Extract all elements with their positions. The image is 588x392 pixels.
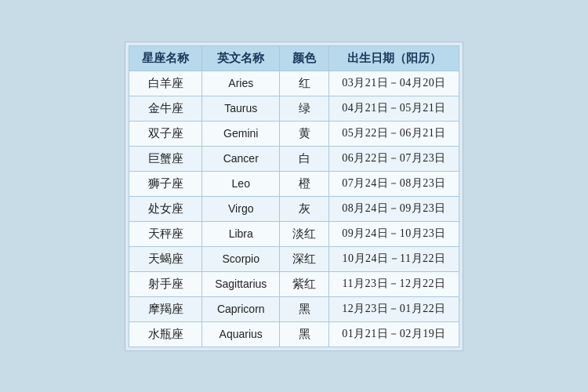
cell-color: 绿 bbox=[280, 96, 329, 121]
cell-color: 橙 bbox=[280, 171, 329, 196]
cell-english-name: Capricorn bbox=[202, 296, 280, 321]
cell-dates: 01月21日－02月19日 bbox=[329, 321, 459, 347]
zodiac-table: 星座名称 英文名称 颜色 出生日期（阳历） 白羊座Aries红03月21日－04… bbox=[129, 45, 459, 347]
cell-dates: 05月22日－06月21日 bbox=[329, 121, 459, 146]
cell-color: 黑 bbox=[280, 321, 329, 347]
cell-english-name: Sagittarius bbox=[202, 271, 280, 296]
table-row: 狮子座Leo橙07月24日－08月23日 bbox=[129, 171, 459, 196]
cell-chinese-name: 金牛座 bbox=[129, 96, 202, 121]
col-header-color: 颜色 bbox=[280, 45, 329, 71]
cell-english-name: Gemini bbox=[202, 121, 280, 146]
cell-english-name: Aries bbox=[202, 71, 280, 96]
cell-english-name: Scorpio bbox=[202, 246, 280, 271]
cell-color: 淡红 bbox=[280, 221, 329, 246]
table-header-row: 星座名称 英文名称 颜色 出生日期（阳历） bbox=[129, 45, 459, 71]
cell-english-name: Cancer bbox=[202, 146, 280, 171]
cell-chinese-name: 射手座 bbox=[129, 271, 202, 296]
cell-english-name: Virgo bbox=[202, 196, 280, 221]
cell-dates: 10月24日－11月22日 bbox=[329, 246, 459, 271]
cell-color: 灰 bbox=[280, 196, 329, 221]
table-row: 处女座Virgo灰08月24日－09月23日 bbox=[129, 196, 459, 221]
cell-chinese-name: 摩羯座 bbox=[129, 296, 202, 321]
cell-chinese-name: 巨蟹座 bbox=[129, 146, 202, 171]
cell-dates: 12月23日－01月22日 bbox=[329, 296, 459, 321]
cell-dates: 11月23日－12月22日 bbox=[329, 271, 459, 296]
table-row: 天秤座Libra淡红09月24日－10月23日 bbox=[129, 221, 459, 246]
cell-color: 黑 bbox=[280, 296, 329, 321]
cell-dates: 08月24日－09月23日 bbox=[329, 196, 459, 221]
cell-dates: 03月21日－04月20日 bbox=[329, 71, 459, 96]
cell-dates: 04月21日－05月21日 bbox=[329, 96, 459, 121]
cell-english-name: Taurus bbox=[202, 96, 280, 121]
cell-dates: 09月24日－10月23日 bbox=[329, 221, 459, 246]
cell-chinese-name: 天蝎座 bbox=[129, 246, 202, 271]
cell-color: 深红 bbox=[280, 246, 329, 271]
table-row: 水瓶座Aquarius黑01月21日－02月19日 bbox=[129, 321, 459, 347]
cell-color: 白 bbox=[280, 146, 329, 171]
table-row: 双子座Gemini黄05月22日－06月21日 bbox=[129, 121, 459, 146]
table-row: 天蝎座Scorpio深红10月24日－11月22日 bbox=[129, 246, 459, 271]
table-row: 摩羯座Capricorn黑12月23日－01月22日 bbox=[129, 296, 459, 321]
col-header-chinese: 星座名称 bbox=[129, 45, 202, 71]
cell-english-name: Libra bbox=[202, 221, 280, 246]
cell-chinese-name: 双子座 bbox=[129, 121, 202, 146]
cell-chinese-name: 处女座 bbox=[129, 196, 202, 221]
zodiac-table-container: 星座名称 英文名称 颜色 出生日期（阳历） 白羊座Aries红03月21日－04… bbox=[125, 42, 463, 351]
cell-chinese-name: 天秤座 bbox=[129, 221, 202, 246]
table-row: 金牛座Taurus绿04月21日－05月21日 bbox=[129, 96, 459, 121]
cell-dates: 07月24日－08月23日 bbox=[329, 171, 459, 196]
cell-dates: 06月22日－07月23日 bbox=[329, 146, 459, 171]
cell-color: 紫红 bbox=[280, 271, 329, 296]
table-row: 射手座Sagittarius紫红11月23日－12月22日 bbox=[129, 271, 459, 296]
cell-english-name: Aquarius bbox=[202, 321, 280, 347]
cell-chinese-name: 狮子座 bbox=[129, 171, 202, 196]
cell-color: 黄 bbox=[280, 121, 329, 146]
cell-color: 红 bbox=[280, 71, 329, 96]
cell-english-name: Leo bbox=[202, 171, 280, 196]
cell-chinese-name: 水瓶座 bbox=[129, 321, 202, 347]
col-header-dates: 出生日期（阳历） bbox=[329, 45, 459, 71]
cell-chinese-name: 白羊座 bbox=[129, 71, 202, 96]
col-header-english: 英文名称 bbox=[202, 45, 280, 71]
table-row: 白羊座Aries红03月21日－04月20日 bbox=[129, 71, 459, 96]
table-row: 巨蟹座Cancer白06月22日－07月23日 bbox=[129, 146, 459, 171]
